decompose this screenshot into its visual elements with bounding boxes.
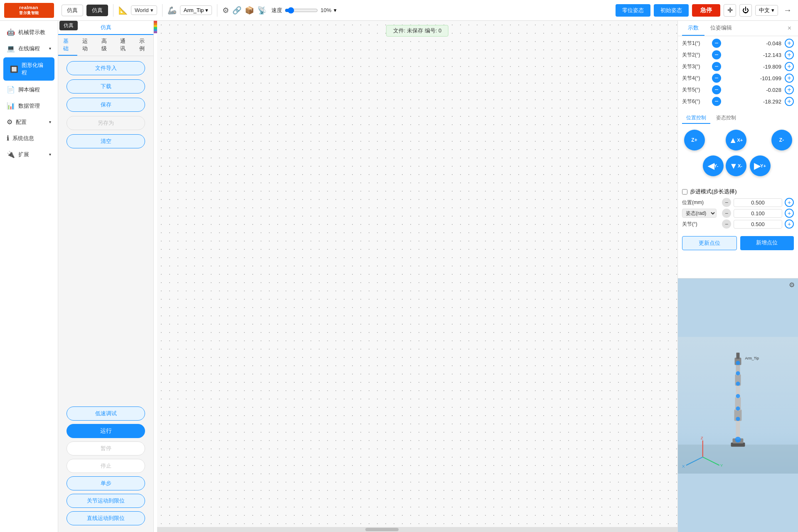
sidebar-item-extend[interactable]: 🔌 扩展 ▾ <box>0 146 58 163</box>
graphic-icon: 🔲 <box>10 65 18 73</box>
joint-motion-button[interactable]: 关节运动到限位 <box>66 494 145 508</box>
joint6-minus-button[interactable]: − <box>712 97 721 106</box>
logout-button[interactable]: → <box>781 4 794 17</box>
step-mode-checkbox-row: 步进模式(步长选择) <box>682 188 794 195</box>
direction-control: Z+ ▲ X+ Z- ◀ Y- ▼ X- ▶ Y+ <box>680 126 796 184</box>
cat-tab-basic[interactable]: 基础 <box>58 35 77 56</box>
real-mode-button[interactable]: 仿真 <box>62 5 83 16</box>
language-select[interactable]: 中文 ▾ <box>755 5 778 16</box>
svg-text:X: X <box>682 464 685 468</box>
linear-motion-button[interactable]: 直线运动到限位 <box>66 511 145 525</box>
arm-select[interactable]: Arm_Tip ▾ <box>180 5 212 15</box>
z-minus-button[interactable]: Z- <box>771 130 792 150</box>
download-button[interactable]: 下载 <box>66 79 145 94</box>
step-pose-select[interactable]: 姿态(rad) 姿态(deg) <box>682 209 717 218</box>
pos-ctrl-tab-position[interactable]: 位置控制 <box>682 113 710 124</box>
divider1 <box>113 4 113 17</box>
joint-row-2: 关节2(°) − -12.143 + <box>682 50 794 59</box>
file-import-button[interactable]: 文件导入 <box>66 61 145 75</box>
init-pose-button[interactable]: 初始姿态 <box>654 4 689 17</box>
sim-mode-button[interactable]: 仿真 <box>86 5 108 16</box>
joint-row-1: 关节1(°) − -0.048 + <box>682 39 794 48</box>
cat-tab-example[interactable]: 示例 <box>134 35 153 56</box>
pause-button: 暂停 <box>66 441 145 456</box>
estop-button[interactable]: 急停 <box>692 4 720 17</box>
cat-tab-comm[interactable]: 通讯 <box>115 35 134 56</box>
scroll-thumb[interactable] <box>365 528 399 531</box>
file-status-bar: 文件: 未保存 编号: 0 <box>386 25 448 37</box>
toolbar-panel: 仿真 仿真 基础 运动 高级 通讯 示例 文件导入 下载 保存 另存为 清空 低… <box>58 21 154 532</box>
save-as-button[interactable]: 另存为 <box>66 116 145 130</box>
clear-button[interactable]: 清空 <box>66 134 145 148</box>
joint3-label: 关节3(°) <box>682 63 710 70</box>
sidebar-item-script[interactable]: 📄 脚本编程 <box>0 81 58 98</box>
cat-tab-motion[interactable]: 运动 <box>77 35 96 56</box>
joint3-minus-button[interactable]: − <box>712 62 721 71</box>
save-button[interactable]: 保存 <box>66 98 145 112</box>
right-panel-top: 示数 位姿编辑 × 关节1(°) − -0.048 + 关节2(°) − -12… <box>678 21 798 278</box>
crosshair-button[interactable]: ✛ <box>724 4 736 17</box>
joint1-minus-button[interactable]: − <box>712 39 721 48</box>
step-pos-plus[interactable]: + <box>785 198 794 207</box>
x-minus-button[interactable]: ▼ X- <box>726 155 746 176</box>
step-joint-value: 0.500 <box>734 220 782 229</box>
joint5-minus-button[interactable]: − <box>712 85 721 94</box>
rp-tab-show[interactable]: 示数 <box>682 21 704 36</box>
sidebar-item-sysinfo[interactable]: ℹ 系统信息 <box>0 130 58 146</box>
rp-close-button[interactable]: × <box>785 21 794 36</box>
step-pose-minus[interactable]: − <box>722 209 731 218</box>
update-point-button[interactable]: 更新点位 <box>682 236 737 250</box>
pos-ctrl-tab-pose[interactable]: 姿态控制 <box>712 113 740 124</box>
z-plus-button[interactable]: Z+ <box>684 130 705 150</box>
zero-pose-button[interactable]: 零位姿态 <box>616 4 650 17</box>
step-pose-plus[interactable]: + <box>785 209 794 218</box>
y-plus-arrow: ▶ <box>754 161 760 171</box>
y-plus-button[interactable]: ▶ Y+ <box>750 155 771 176</box>
coord-select[interactable]: World ▾ <box>131 5 157 15</box>
single-step-button[interactable]: 单步 <box>66 476 145 490</box>
script-icon: 📄 <box>7 86 15 94</box>
x-plus-button[interactable]: ▲ X+ <box>726 130 746 150</box>
logo: realman普尔曼智能 <box>4 3 54 18</box>
x-minus-label: X- <box>738 163 742 168</box>
cat-tab-advanced[interactable]: 高级 <box>96 35 116 56</box>
power-button[interactable]: ⏻ <box>739 4 752 17</box>
step-row-position: 位置(mm) − 0.500 + <box>682 198 794 207</box>
joint4-plus-button[interactable]: + <box>785 74 794 83</box>
run-button[interactable]: 运行 <box>66 424 145 438</box>
low-speed-test-button[interactable]: 低速调试 <box>66 406 145 421</box>
sidebar-item-label-sysinfo: 系统信息 <box>12 135 34 142</box>
joint5-plus-button[interactable]: + <box>785 85 794 94</box>
joint1-label: 关节1(°) <box>682 40 710 47</box>
step-joint-plus[interactable]: + <box>785 219 794 229</box>
viewport-settings-icon[interactable]: ⚙ <box>789 281 795 289</box>
speed-slider[interactable] <box>285 7 318 14</box>
teach-icon: 🤖 <box>7 28 15 36</box>
add-point-button[interactable]: 新增点位 <box>740 236 794 250</box>
step-mode-checkbox[interactable] <box>682 189 687 195</box>
right-panel: 示数 位姿编辑 × 关节1(°) − -0.048 + 关节2(°) − -12… <box>677 21 798 532</box>
right-panel-tabs: 示数 位姿编辑 × <box>678 21 798 36</box>
rp-tab-pos-edit[interactable]: 位姿编辑 <box>704 21 738 36</box>
joint2-minus-button[interactable]: − <box>712 50 721 59</box>
step-joint-minus[interactable]: − <box>722 219 731 229</box>
sidebar-item-teach[interactable]: 🤖 机械臂示教 <box>0 24 58 40</box>
viewport-toolbar: ⚙ <box>789 281 795 289</box>
step-pos-minus[interactable]: − <box>722 198 731 207</box>
sidebar-item-data[interactable]: 📊 数据管理 <box>0 98 58 114</box>
joint-row-3: 关节3(°) − -19.809 + <box>682 62 794 71</box>
y-minus-button[interactable]: ◀ Y- <box>703 155 724 176</box>
horizontal-scrollbar[interactable] <box>157 527 677 532</box>
sidebar-item-online[interactable]: 💻 在线编程 ▾ <box>0 40 58 57</box>
canvas-area[interactable]: 文件: 未保存 编号: 0 <box>157 21 677 532</box>
sidebar-item-graphic[interactable]: 🔲 图形化编程 <box>3 57 54 81</box>
joint4-minus-button[interactable]: − <box>712 74 721 83</box>
joint3-plus-button[interactable]: + <box>785 62 794 71</box>
chevron-down-icon3: ▾ <box>334 7 337 13</box>
svg-point-17 <box>736 371 740 375</box>
joint1-plus-button[interactable]: + <box>785 39 794 48</box>
joint5-label: 关节5(°) <box>682 86 710 94</box>
joint6-plus-button[interactable]: + <box>785 97 794 106</box>
joint2-plus-button[interactable]: + <box>785 50 794 59</box>
sidebar-item-config[interactable]: ⚙ 配置 ▾ <box>0 114 58 130</box>
